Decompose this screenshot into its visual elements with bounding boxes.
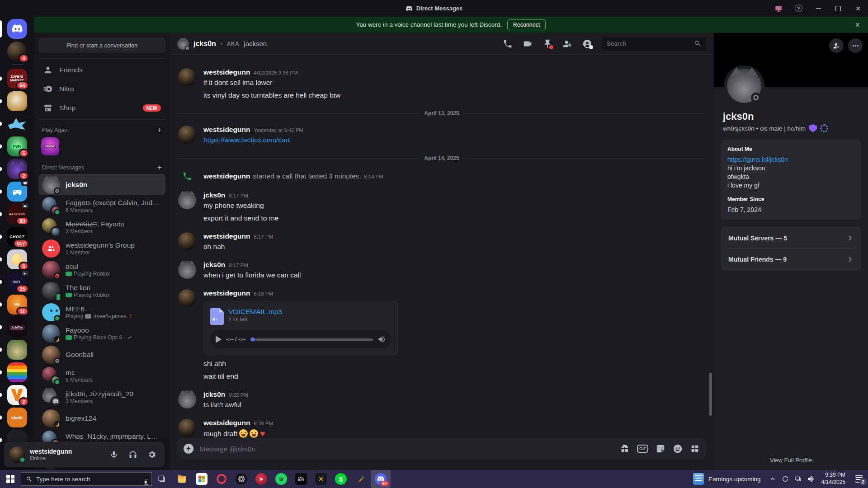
notification-center-button[interactable]: 2 [850,470,868,488]
sidebar-item-shop[interactable]: Shop NEW [38,99,165,117]
dm-item-mee6[interactable]: MEE6Playing/mee6-games [38,301,165,323]
dm-item-jcks0n[interactable]: jcks0n [38,174,165,195]
dm-item-the-lion[interactable]: The lionPlaying Roblox [38,280,165,301]
avatar[interactable] [178,419,196,437]
minimize-button[interactable] [808,0,828,17]
server-icon-controller[interactable] [7,182,27,202]
seek-knob[interactable] [250,338,255,342]
gift-icon[interactable] [620,444,630,454]
emoji-picker-icon[interactable] [673,444,683,454]
taskbar-search-input[interactable] [36,476,147,483]
message-author[interactable]: westsidegunn [203,68,250,76]
pinned-messages-button[interactable] [542,39,552,49]
media-app-button[interactable] [251,470,271,488]
dm-item-goonball[interactable]: Goonball [38,344,165,365]
server-icon-shark[interactable] [7,114,27,134]
current-user-name[interactable]: westsidegunn [30,448,102,455]
chat-search-box[interactable] [602,37,706,51]
avatar[interactable] [178,390,196,408]
microsoft-store-button[interactable] [192,470,212,488]
more-options-button[interactable] [848,38,863,53]
dm-item-bigrex124[interactable]: bigrex124 [38,408,165,429]
server-icon-fvr[interactable]: FVR5 [7,136,27,156]
gif-picker-icon[interactable]: GIF [637,445,648,453]
avatar[interactable] [178,126,196,144]
taskbar-clock[interactable]: 9:39 PM 4/14/2025 [817,472,850,486]
avatar[interactable] [178,68,196,86]
server-icon-md[interactable]: MD 15 [7,272,27,292]
friend-request-button[interactable] [829,38,844,53]
start-button[interactable] [0,470,21,488]
mute-microphone-button[interactable] [107,447,121,462]
dm-item-fayooo[interactable]: FayoooPlaying Black Ops 6 · [38,323,165,344]
chat-scrollbar-thumb[interactable] [709,373,712,416]
message-author[interactable]: westsidegunn [203,126,250,134]
message-input[interactable] [200,445,613,453]
chat-user-avatar[interactable] [177,38,189,50]
server-icon-ghost[interactable]: GHOST517 [7,227,27,247]
mutual-servers-row[interactable]: Mutual Servers — 5 [727,228,854,249]
sticker-icon[interactable] [656,444,665,454]
help-icon[interactable]: ? [788,0,808,17]
avatar[interactable] [178,261,196,279]
attach-file-icon[interactable]: + [184,444,193,454]
network-tray-icon[interactable] [792,470,804,488]
maximize-button[interactable] [828,0,848,17]
avatar[interactable] [178,232,196,250]
server-icon-grape[interactable]: 2 [7,385,27,405]
server-icon-aa-srvcs[interactable]: AA SRVCS 80 [7,204,27,224]
sidebar-item-friends[interactable]: Friends [38,61,165,79]
opera-button[interactable] [212,470,231,488]
spotify-button[interactable] [271,470,291,488]
screenshare-monitor-icon[interactable] [769,0,788,17]
mutual-friends-row[interactable]: Mutual Friends — 9 [727,249,854,270]
task-view-button[interactable] [152,470,172,488]
server-icon-emoji-face[interactable]: 5 [7,249,27,269]
server-icon-skate[interactable]: skate [7,408,27,427]
search-input[interactable] [607,40,690,47]
add-friends-to-dm-button[interactable] [562,39,572,49]
cash-app-button[interactable]: $ [331,470,351,488]
dm-item-ocul[interactable]: oculPlaying Roblox [38,259,165,280]
deafen-button[interactable] [126,447,140,462]
add-game-icon[interactable]: + [157,126,162,134]
avatar[interactable] [178,289,196,307]
taskbar-widget[interactable]: Earnings upcoming [688,470,766,488]
message-author[interactable]: jcks0n [203,191,225,199]
message-link[interactable]: https://www.tactics.com/cart [203,136,290,144]
message-author[interactable]: jcks0n [203,261,225,269]
dm-item-jcks0n-jizzyjacob[interactable]: jcks0n, Jizzyjacob_203 Members [38,386,165,408]
play-button[interactable] [216,336,222,343]
home-button[interactable] [7,19,27,39]
file-explorer-button[interactable] [172,470,192,488]
profile-avatar[interactable] [724,66,764,106]
play-again-game-tile[interactable]: ONONE [41,137,59,155]
carrot-app-button[interactable] [351,470,371,488]
server-icon-duck[interactable] [7,91,27,111]
avatar[interactable] [178,191,196,209]
orb-badge-icon[interactable] [820,124,828,132]
banner-close-icon[interactable]: × [855,21,860,29]
dm-item-westsidegunn-group[interactable]: westsidegunn's Group1 Member [38,238,165,259]
server-icon-mm[interactable]: MM11 [7,295,27,314]
update-tray-icon[interactable] [779,470,792,488]
start-video-call-button[interactable] [523,39,533,49]
game-x-button[interactable]: ✕ [311,470,331,488]
server-icon-zofeys-market[interactable]: ZOFEYS MARKET54 [7,69,27,89]
discord-taskbar-button[interactable]: 9+ [371,470,391,488]
call-of-duty-button[interactable]: CALL DUTY [291,470,311,488]
reconnect-button[interactable]: Reconnect [507,19,546,30]
message-author[interactable]: westsidegunn [203,232,250,240]
apps-icon[interactable] [690,444,700,454]
tray-expand-chevron[interactable] [766,470,779,488]
call-author[interactable]: westsidegunn [203,172,250,180]
audio-seek-bar[interactable] [250,338,373,341]
message-author[interactable]: jcks0n [203,390,225,399]
server-icon-nou[interactable] [7,340,27,360]
volume-icon[interactable] [377,335,386,343]
sidebar-item-nitro[interactable]: Nitro [38,80,165,98]
view-full-profile-button[interactable]: View Full Profile [714,457,868,464]
message-author[interactable]: westsidegunn [203,289,250,297]
atom-app-button[interactable] [231,470,251,488]
chat-user-name[interactable]: jcks0n [193,40,216,48]
